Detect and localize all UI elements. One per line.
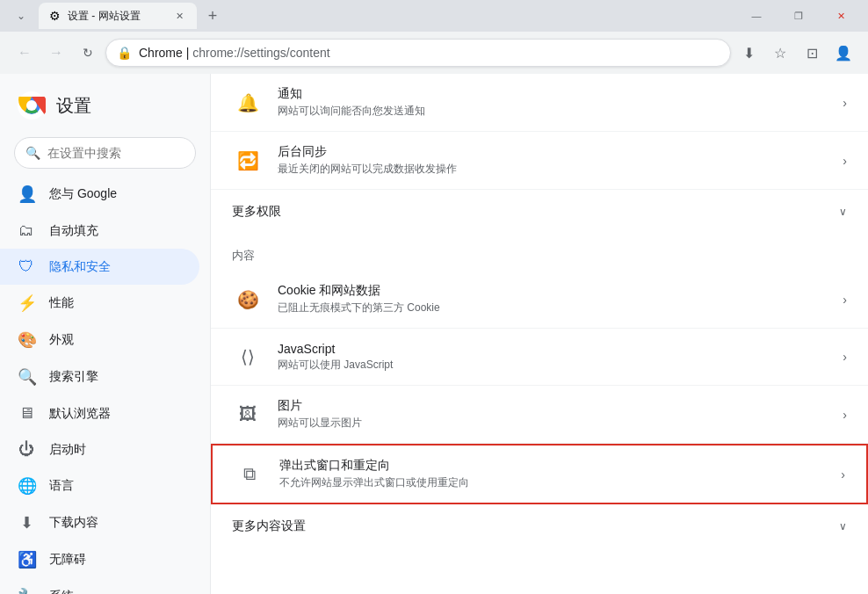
javascript-item[interactable]: ⟨⟩ JavaScript 网站可以使用 JavaScript › [211, 329, 868, 386]
sidebar-title: 设置 [56, 94, 91, 118]
downloads-icon: ⬇ [18, 513, 35, 532]
notifications-item-icon-box: 🔔 [232, 87, 264, 119]
appearance-icon: 🎨 [18, 330, 35, 350]
google-label: 您与 Google [49, 186, 117, 202]
autofill-label: 自动填充 [49, 223, 98, 239]
cookie-item-chevron: › [843, 293, 847, 307]
search-icon: 🔍 [18, 367, 35, 387]
maximize-button[interactable]: ❐ [778, 3, 819, 29]
accessibility-label: 无障碍 [49, 552, 86, 568]
search-input[interactable] [47, 146, 201, 160]
sidebar-item-performance[interactable]: ⚡ 性能 [0, 285, 199, 322]
startup-icon: ⏻ [18, 440, 35, 459]
images-item-icon-box: 🖼 [232, 399, 264, 431]
sidebar-header: 设置 [0, 81, 210, 130]
google-icon: 👤 [18, 185, 35, 204]
javascript-item-icon: ⟨⟩ [241, 346, 255, 367]
close-button[interactable]: ✕ [821, 3, 861, 29]
downloads-label: 下载内容 [49, 515, 98, 531]
popup-item[interactable]: ⧉ 弹出式窗口和重定向 不允许网站显示弹出式窗口或使用重定向 › [211, 444, 868, 504]
startup-label: 启动时 [49, 442, 86, 458]
tab-search-button[interactable]: ⊡ [798, 39, 826, 67]
sidebar-nav: 👤 您与 Google 🗂 自动填充 🛡 隐私和安全 ⚡ 性能 🎨 外观 🔍 搜… [0, 176, 210, 594]
sync-item-icon: 🔁 [237, 150, 259, 171]
sidebar-item-autofill[interactable]: 🗂 自动填充 [0, 213, 199, 249]
images-item[interactable]: 🖼 图片 网站可以显示图片 › [211, 386, 868, 444]
sidebar-item-downloads[interactable]: ⬇ 下载内容 [0, 504, 199, 541]
popup-item-text: 弹出式窗口和重定向 不允许网站显示弹出式窗口或使用重定向 [279, 458, 834, 490]
sidebar-item-system[interactable]: 🔧 系统 [0, 578, 199, 594]
search-icon: 🔍 [25, 146, 40, 160]
cookie-item-title: Cookie 和网站数据 [278, 283, 835, 299]
refresh-button[interactable]: ↻ [74, 39, 102, 67]
address-separator: | [183, 46, 192, 60]
address-actions: ⬇ ☆ ⊡ 👤 [734, 39, 857, 67]
forward-button[interactable]: → [42, 39, 70, 67]
javascript-item-title: JavaScript [278, 342, 835, 356]
popup-item-desc: 不允许网站显示弹出式窗口或使用重定向 [279, 475, 834, 490]
popup-item-title: 弹出式窗口和重定向 [279, 458, 834, 474]
notifications-item[interactable]: 🔔 通知 网站可以询问能否向您发送通知 › [211, 74, 868, 132]
more-content[interactable]: 更多内容设置 ∨ [211, 504, 868, 548]
sidebar-item-google[interactable]: 👤 您与 Google [0, 176, 199, 213]
notifications-item-desc: 网站可以询问能否向您发送通知 [278, 104, 835, 119]
notifications-item-chevron: › [843, 96, 847, 110]
cookie-item-icon: 🍪 [237, 289, 259, 310]
content-list: 🔔 通知 网站可以询问能否向您发送通知 › 🔁 后台同步 最近关闭的网站可以完成… [211, 74, 868, 548]
sync-item-title: 后台同步 [278, 144, 835, 160]
sidebar-item-language[interactable]: 🌐 语言 [0, 467, 199, 504]
back-button[interactable]: ← [11, 39, 39, 67]
language-label: 语言 [49, 478, 74, 494]
privacy-icon: 🛡 [18, 257, 35, 276]
more-content-title: 更多内容设置 [232, 518, 306, 534]
sidebar-item-search[interactable]: 🔍 搜索引擎 [0, 359, 199, 395]
new-tab-button[interactable]: + [200, 4, 225, 28]
notifications-item-icon: 🔔 [237, 92, 259, 113]
tab-list-button[interactable]: ⌄ [7, 2, 35, 30]
sync-item[interactable]: 🔁 后台同步 最近关闭的网站可以完成数据收发操作 › [211, 132, 868, 190]
images-item-chevron: › [843, 408, 847, 422]
popup-item-chevron: › [841, 467, 845, 482]
browser-icon: 🖥 [18, 404, 35, 423]
images-item-title: 图片 [278, 398, 835, 414]
chrome-logo-icon [18, 91, 46, 120]
more-permissions[interactable]: 更多权限 ∨ [211, 190, 868, 234]
lock-icon: 🔒 [117, 46, 132, 60]
sidebar-item-browser[interactable]: 🖥 默认浏览器 [0, 395, 199, 431]
sync-item-desc: 最近关闭的网站可以完成数据收发操作 [278, 162, 835, 177]
more-permissions-title: 更多权限 [232, 204, 281, 220]
minimize-button[interactable]: — [736, 3, 777, 29]
cookie-item[interactable]: 🍪 Cookie 和网站数据 已阻止无痕模式下的第三方 Cookie › [211, 271, 868, 329]
privacy-label: 隐私和安全 [49, 259, 111, 275]
address-brand: Chrome [139, 46, 183, 60]
language-icon: 🌐 [18, 476, 35, 496]
cookie-item-icon-box: 🍪 [232, 284, 264, 315]
content-area: 🔔 通知 网站可以询问能否向您发送通知 › 🔁 后台同步 最近关闭的网站可以完成… [211, 74, 868, 594]
address-bar[interactable]: 🔒 Chrome | chrome://settings/content [105, 39, 731, 67]
images-item-desc: 网站可以显示图片 [278, 416, 835, 431]
cookie-item-text: Cookie 和网站数据 已阻止无痕模式下的第三方 Cookie [278, 283, 835, 315]
sidebar-item-startup[interactable]: ⏻ 启动时 [0, 431, 199, 467]
javascript-item-chevron: › [843, 350, 847, 364]
cookie-item-desc: 已阻止无痕模式下的第三方 Cookie [278, 301, 835, 315]
bookmark-button[interactable]: ☆ [766, 39, 794, 67]
active-tab[interactable]: ⚙ 设置 - 网站设置 ✕ [39, 3, 197, 29]
browser-label: 默认浏览器 [49, 406, 111, 422]
performance-icon: ⚡ [18, 293, 35, 313]
main-layout: 设置 🔍 👤 您与 Google 🗂 自动填充 🛡 隐私和安全 ⚡ 性能 🎨 外… [0, 74, 868, 594]
system-label: 系统 [49, 589, 74, 594]
search-box[interactable]: 🔍 [14, 137, 196, 169]
more-permissions-chevron: ∨ [839, 206, 847, 218]
titlebar: ⌄ ⚙ 设置 - 网站设置 ✕ + — ❐ ✕ [0, 0, 868, 32]
window-controls: — ❐ ✕ [736, 3, 861, 29]
tab-title: 设置 - 网站设置 [68, 9, 165, 24]
system-icon: 🔧 [18, 587, 35, 594]
download-icon[interactable]: ⬇ [734, 39, 763, 67]
sidebar-item-appearance[interactable]: 🎨 外观 [0, 322, 199, 359]
profile-button[interactable]: 👤 [829, 39, 857, 67]
sidebar-item-privacy[interactable]: 🛡 隐私和安全 [0, 249, 199, 285]
more-content-chevron: ∨ [839, 520, 847, 532]
sidebar-item-accessibility[interactable]: ♿ 无障碍 [0, 541, 199, 578]
address-path: chrome://settings/content [192, 46, 329, 60]
tab-close-button[interactable]: ✕ [172, 9, 186, 23]
